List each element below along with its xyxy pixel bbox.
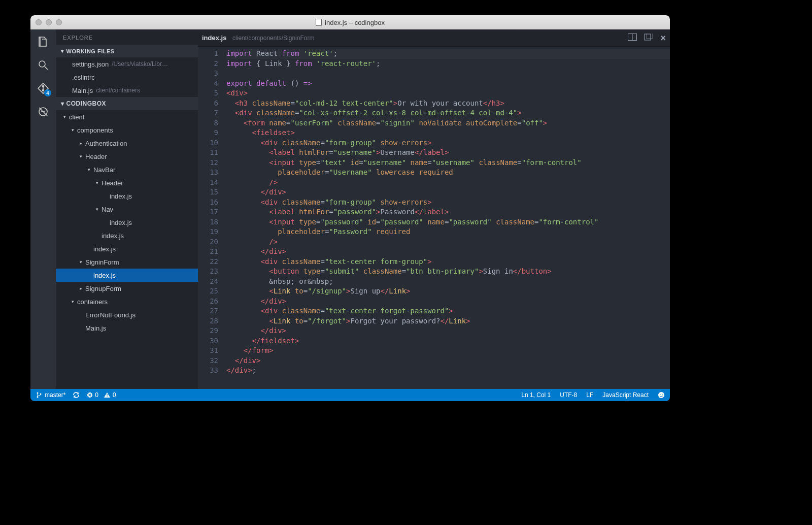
editor-actions: × (628, 34, 666, 43)
tree-folder[interactable]: ▾components (56, 123, 198, 137)
warning-count: 0 (113, 391, 116, 399)
active-tab[interactable]: index.js client/components/SigninForm (202, 34, 314, 42)
editor-group: index.js client/components/SigninForm × … (198, 29, 670, 389)
tree-file[interactable]: index.js (56, 189, 198, 203)
explorer-icon[interactable] (36, 35, 50, 49)
tree-folder[interactable]: ▾client (56, 110, 198, 123)
svg-point-20 (658, 392, 664, 398)
chevron-down-icon: ▾ (94, 207, 99, 212)
zoom-window-button[interactable] (56, 19, 62, 25)
tree-folder[interactable]: ▸Authentication (56, 137, 198, 150)
tree-label: Header (101, 179, 123, 187)
tree-label: client (69, 113, 84, 121)
activity-bar: 4 (30, 29, 56, 389)
code-content[interactable]: import React from 'react';import { Link … (223, 47, 670, 389)
close-window-button[interactable] (36, 19, 42, 25)
git-icon[interactable]: 4 (36, 81, 50, 95)
minimize-window-button[interactable] (46, 19, 52, 25)
debug-icon[interactable] (36, 105, 50, 119)
git-badge: 4 (44, 89, 51, 96)
branch-name: master* (45, 391, 65, 399)
eol[interactable]: LF (586, 391, 593, 399)
tree-label: ErrorNotFound.js (85, 311, 136, 319)
file-tree: ▾client▾components▸Authentication▾Header… (56, 110, 198, 389)
tree-folder[interactable]: ▾SigninForm (56, 255, 198, 269)
file-path: /Users/viatsko/Libr… (112, 60, 168, 68)
editor-window: index.js – codingbox 4 EXPLORE W (30, 15, 670, 401)
tree-file[interactable]: index.js (56, 269, 198, 282)
editor-tabs: index.js client/components/SigninForm × (198, 29, 670, 47)
svg-point-22 (662, 394, 663, 395)
cursor-position[interactable]: Ln 1, Col 1 (521, 391, 551, 399)
chevron-down-icon: ▾ (94, 180, 99, 185)
tree-label: NavBar (93, 166, 115, 174)
working-file-item[interactable]: Main.jsclient/containers (56, 84, 198, 97)
tree-label: index.js (110, 219, 132, 226)
tree-file[interactable]: index.js (56, 242, 198, 255)
tree-folder[interactable]: ▾Header (56, 176, 198, 189)
tree-label: index.js (110, 192, 132, 200)
titlebar: index.js – codingbox (30, 15, 670, 29)
tree-label: SigninForm (85, 258, 119, 266)
tree-label: index.js (101, 232, 124, 240)
working-files-label: WORKING FILES (66, 48, 115, 54)
window-title: index.js – codingbox (30, 19, 670, 26)
feedback-icon[interactable] (658, 391, 665, 399)
file-name: Main.js (72, 87, 93, 94)
svg-point-21 (660, 394, 661, 395)
tab-path: client/components/SigninForm (232, 35, 314, 42)
svg-line-1 (45, 67, 48, 70)
sync-icon[interactable] (73, 391, 80, 399)
working-files-header[interactable]: WORKING FILES (56, 45, 198, 57)
chevron-down-icon (61, 48, 64, 54)
chevron-down-icon: ▾ (86, 167, 91, 172)
tree-folder[interactable]: ▾NavBar (56, 163, 198, 176)
working-file-item[interactable]: settings.json/Users/viatsko/Libr… (56, 57, 198, 71)
chevron-right-icon: ▸ (78, 141, 83, 146)
file-name: settings.json (72, 60, 109, 68)
git-branch-status[interactable]: master* (36, 391, 65, 399)
tree-label: containers (77, 298, 108, 306)
chevron-down-icon: ▾ (78, 154, 83, 159)
more-actions-icon[interactable] (644, 34, 653, 43)
tree-label: Authentication (85, 140, 127, 147)
working-file-item[interactable]: .eslintrc (56, 71, 198, 84)
chevron-down-icon: ▾ (70, 127, 75, 133)
explorer-sidebar: EXPLORE WORKING FILES settings.json/User… (56, 29, 198, 389)
tree-label: Main.js (85, 324, 106, 332)
search-icon[interactable] (36, 58, 50, 72)
encoding[interactable]: UTF-8 (560, 391, 577, 399)
project-label: CODINGBOX (66, 100, 107, 107)
tree-label: SignupForm (85, 285, 121, 292)
tree-label: Header (85, 153, 107, 160)
tree-file[interactable]: index.js (56, 229, 198, 242)
tree-folder[interactable]: ▾Header (56, 150, 198, 163)
svg-rect-10 (645, 34, 651, 40)
tab-filename: index.js (202, 34, 226, 42)
file-icon (316, 19, 322, 26)
working-files-list: settings.json/Users/viatsko/Libr….eslint… (56, 57, 198, 97)
traffic-lights (30, 19, 62, 25)
tree-label: index.js (93, 245, 116, 253)
project-header[interactable]: CODINGBOX (56, 97, 198, 110)
tree-label: index.js (93, 272, 116, 279)
line-numbers: 1234567891011121314151617181920212223242… (198, 47, 223, 389)
tree-file[interactable]: index.js (56, 216, 198, 229)
tree-folder[interactable]: ▾containers (56, 295, 198, 308)
explorer-title: EXPLORE (56, 29, 198, 45)
chevron-down-icon: ▾ (62, 114, 67, 119)
chevron-down-icon: ▾ (78, 259, 83, 265)
tree-folder[interactable]: ▾Nav (56, 203, 198, 216)
tree-file[interactable]: ErrorNotFound.js (56, 308, 198, 321)
split-editor-icon[interactable] (628, 34, 637, 43)
language-mode[interactable]: JavaScript React (602, 391, 649, 399)
tree-folder[interactable]: ▸SignupForm (56, 282, 198, 295)
tree-file[interactable]: Main.js (56, 321, 198, 335)
file-path: client/containers (96, 87, 140, 94)
code-area[interactable]: 1234567891011121314151617181920212223242… (198, 47, 670, 389)
close-editor-icon[interactable]: × (660, 35, 666, 42)
problems-status[interactable]: 0 0 (87, 391, 116, 399)
chevron-down-icon (61, 100, 64, 107)
chevron-down-icon: ▾ (70, 299, 75, 304)
file-name: .eslintrc (72, 74, 95, 81)
